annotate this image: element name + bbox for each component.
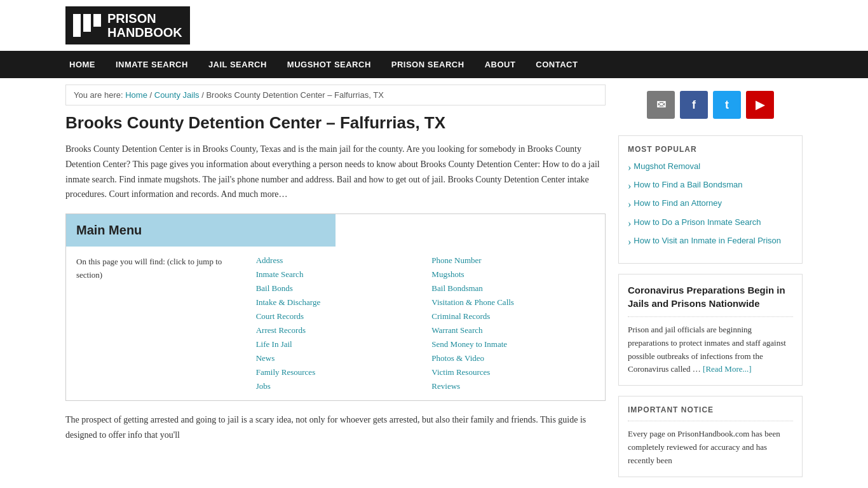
menu-link-inmate-search[interactable]: Inmate Search xyxy=(256,269,419,280)
logo-bar-1 xyxy=(73,14,81,37)
menu-link-bail-bondsman[interactable]: Bail Bondsman xyxy=(431,283,595,294)
nav-link-home[interactable]: HOME xyxy=(59,51,105,78)
most-popular-box: MOST POPULAR Mugshot Removal How to Find… xyxy=(618,135,803,264)
menu-link-bail-bonds[interactable]: Bail Bonds xyxy=(256,283,419,294)
breadcrumb: You are here: Home / County Jails / Broo… xyxy=(65,85,606,105)
most-popular-link-1[interactable]: Mugshot Removal xyxy=(634,161,700,171)
nav-item-about[interactable]: ABOUT xyxy=(475,51,526,78)
nav-link-prison-search[interactable]: PRISON SEARCH xyxy=(381,51,475,78)
nav-item-mugshot-search[interactable]: MUGSHOT SEARCH xyxy=(277,51,381,78)
news-divider xyxy=(628,316,793,317)
social-email-button[interactable]: ✉ xyxy=(647,91,675,119)
menu-intro-text: On this page you will find: (click to ju… xyxy=(76,255,256,391)
site-header: PRISON HANDBOOK xyxy=(59,0,809,51)
logo-line1: PRISON xyxy=(107,11,156,25)
menu-content: On this page you will find: (click to ju… xyxy=(66,247,605,400)
sidebar: ✉ f t ▶ MOST POPULAR Mugshot Removal How… xyxy=(618,85,803,477)
menu-link-phone[interactable]: Phone Number xyxy=(431,255,595,266)
nav-item-jail-search[interactable]: JAIL SEARCH xyxy=(198,51,277,78)
menu-link-jobs[interactable]: Jobs xyxy=(256,381,419,391)
menu-link-visitation[interactable]: Visitation & Phone Calls xyxy=(431,297,595,308)
breadcrumb-county-jails-link[interactable]: County Jails xyxy=(154,90,200,100)
menu-link-photos[interactable]: Photos & Video xyxy=(431,353,595,363)
most-popular-link-5[interactable]: How to Visit an Inmate in Federal Prison xyxy=(634,236,781,245)
menu-link-life-in-jail[interactable]: Life In Jail xyxy=(256,339,419,349)
most-popular-link-4[interactable]: How to Do a Prison Inmate Search xyxy=(634,217,761,227)
main-menu-header: Main Menu xyxy=(66,214,336,247)
most-popular-link-2[interactable]: How to Find a Bail Bondsman xyxy=(634,180,742,189)
most-popular-item-4: How to Do a Prison Inmate Search xyxy=(628,217,793,229)
menu-link-send-money[interactable]: Send Money to Inmate xyxy=(431,339,595,349)
menu-link-criminal-records[interactable]: Criminal Records xyxy=(431,311,595,322)
most-popular-item-2: How to Find a Bail Bondsman xyxy=(628,180,793,192)
logo[interactable]: PRISON HANDBOOK xyxy=(65,6,190,44)
logo-bar-3 xyxy=(93,14,101,27)
intro-text: Brooks County Detention Center is in Bro… xyxy=(65,142,606,202)
menu-link-family[interactable]: Family Resources xyxy=(256,367,419,377)
menu-link-address[interactable]: Address xyxy=(256,255,419,266)
nav-list: HOME INMATE SEARCH JAIL SEARCH MUGSHOT S… xyxy=(59,51,809,78)
menu-link-arrest-records[interactable]: Arrest Records xyxy=(256,325,419,336)
nav-link-inmate-search[interactable]: INMATE SEARCH xyxy=(105,51,198,78)
main-nav: HOME INMATE SEARCH JAIL SEARCH MUGSHOT S… xyxy=(0,51,868,78)
bottom-text: The prospect of getting arrested and goi… xyxy=(65,412,606,443)
logo-text: PRISON HANDBOOK xyxy=(107,11,182,39)
social-twitter-button[interactable]: t xyxy=(713,91,741,119)
menu-links-grid: Address Phone Number Inmate Search Mugsh… xyxy=(256,255,595,391)
menu-link-victim[interactable]: Victim Resources xyxy=(431,367,595,377)
breadcrumb-current: Brooks County Detention Center – Falfurr… xyxy=(206,90,383,100)
social-youtube-button[interactable]: ▶ xyxy=(746,91,774,119)
nav-item-inmate-search[interactable]: INMATE SEARCH xyxy=(105,51,198,78)
news-box: Coronavirus Preparations Begin in Jails … xyxy=(618,274,803,386)
most-popular-link-3[interactable]: How to Find an Attorney xyxy=(634,198,722,208)
important-divider xyxy=(628,421,793,421)
news-title: Coronavirus Preparations Begin in Jails … xyxy=(628,283,793,310)
logo-line2: HANDBOOK xyxy=(107,25,182,39)
menu-link-mugshots[interactable]: Mugshots xyxy=(431,269,595,280)
menu-link-reviews[interactable]: Reviews xyxy=(431,381,595,391)
most-popular-item-5: How to Visit an Inmate in Federal Prison xyxy=(628,236,793,248)
logo-bars xyxy=(73,14,101,37)
important-notice-heading: IMPORTANT NOTICE xyxy=(628,405,793,414)
nav-link-jail-search[interactable]: JAIL SEARCH xyxy=(198,51,277,78)
breadcrumb-you-are-here: You are here: xyxy=(74,90,125,100)
social-facebook-button[interactable]: f xyxy=(680,91,708,119)
logo-bar-2 xyxy=(83,14,91,32)
menu-link-intake[interactable]: Intake & Discharge xyxy=(256,297,419,308)
most-popular-item-1: Mugshot Removal xyxy=(628,161,793,173)
news-text: Prison and jail officials are beginning … xyxy=(628,323,793,376)
nav-link-mugshot-search[interactable]: MUGSHOT SEARCH xyxy=(277,51,381,78)
nav-link-contact[interactable]: CONTACT xyxy=(526,51,588,78)
important-notice-box: IMPORTANT NOTICE Every page on PrisonHan… xyxy=(618,396,803,477)
menu-link-court-records[interactable]: Court Records xyxy=(256,311,419,322)
breadcrumb-sep1: / xyxy=(150,90,154,100)
nav-item-home[interactable]: HOME xyxy=(59,51,105,78)
breadcrumb-home-link[interactable]: Home xyxy=(125,90,147,100)
main-content: You are here: Home / County Jails / Broo… xyxy=(65,85,606,477)
nav-item-contact[interactable]: CONTACT xyxy=(526,51,588,78)
page-title: Brooks County Detention Center – Falfurr… xyxy=(65,113,606,133)
nav-item-prison-search[interactable]: PRISON SEARCH xyxy=(381,51,475,78)
social-bar: ✉ f t ▶ xyxy=(618,85,803,125)
menu-link-news[interactable]: News xyxy=(256,353,419,363)
most-popular-list: Mugshot Removal How to Find a Bail Bonds… xyxy=(628,161,793,248)
news-read-more-link[interactable]: [Read More...] xyxy=(703,364,752,374)
page-wrapper: You are here: Home / County Jails / Broo… xyxy=(59,78,809,484)
menu-link-warrant-search[interactable]: Warrant Search xyxy=(431,325,595,336)
important-text: Every page on PrisonHandbook.com has bee… xyxy=(628,428,793,467)
nav-link-about[interactable]: ABOUT xyxy=(475,51,526,78)
main-menu-box: Main Menu On this page you will find: (c… xyxy=(65,214,606,401)
most-popular-heading: MOST POPULAR xyxy=(628,145,793,154)
most-popular-item-3: How to Find an Attorney xyxy=(628,198,793,210)
